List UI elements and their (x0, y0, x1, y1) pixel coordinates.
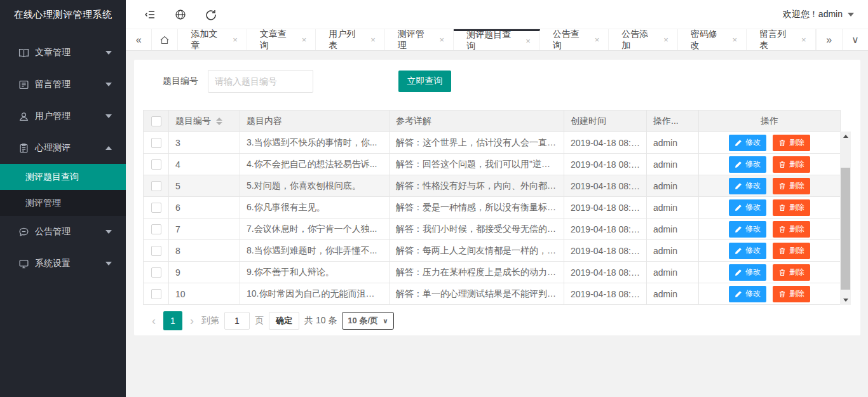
sidebar-item-notices[interactable]: 公告管理 (0, 216, 126, 248)
tab[interactable]: 公告添加 × (609, 29, 677, 50)
edit-button[interactable]: 修改 (729, 286, 766, 302)
per-page-select[interactable]: 10 条/页 ∨ (342, 312, 394, 330)
scrollbar-thumb[interactable] (841, 168, 850, 290)
globe-icon[interactable] (174, 8, 187, 21)
sidebar-item-assessment[interactable]: 心理测评 (0, 132, 126, 164)
tabs-scroll-left-icon[interactable]: « (126, 29, 152, 50)
pagination: ‹ 1 › 到第 页 确定 共 10 条 10 条/页 ∨ (149, 311, 851, 330)
cell-reference-detail: 解答：这个世界上，估计没有人会一直觉... (390, 132, 564, 154)
trash-icon (778, 290, 786, 298)
scroll-up-icon[interactable] (840, 131, 851, 141)
close-icon[interactable]: × (595, 35, 600, 44)
tab[interactable]: 留言列表 × (747, 29, 815, 50)
pencil-icon (735, 247, 742, 255)
row-checkbox[interactable] (151, 246, 161, 256)
monitor-icon (18, 258, 29, 269)
tab[interactable]: 用户列表 × (316, 29, 384, 50)
sidebar-item-settings[interactable]: 系统设置 (0, 248, 126, 279)
delete-button[interactable]: 删除 (773, 178, 810, 194)
row-checkbox[interactable] (151, 267, 161, 278)
scroll-down-icon[interactable] (840, 295, 851, 305)
delete-button[interactable]: 删除 (773, 264, 810, 281)
close-icon[interactable]: × (526, 36, 531, 46)
next-page-icon[interactable]: › (187, 314, 196, 328)
confirm-page-button[interactable]: 确定 (269, 312, 299, 330)
row-checkbox[interactable] (151, 159, 161, 170)
edit-button[interactable]: 修改 (729, 178, 766, 194)
delete-button[interactable]: 删除 (773, 135, 810, 151)
page-unit-label: 页 (255, 315, 264, 326)
prev-page-icon[interactable]: ‹ (149, 314, 158, 328)
row-checkbox[interactable] (151, 203, 161, 213)
sidebar-item-messages[interactable]: 留言管理 (0, 69, 126, 100)
table-header-row: 题目编号 题目内容 参考详解 创建时间 操作... 操作 (144, 111, 841, 132)
row-checkbox[interactable] (151, 224, 161, 234)
query-button[interactable]: 立即查询 (398, 71, 451, 92)
cell-reference-detail: 解答：每两上人之间友情都是一样的，友... (390, 240, 564, 262)
cell-operator: admin (647, 132, 699, 154)
tab[interactable]: 添加文章 × (178, 29, 247, 50)
sidebar-item-articles[interactable]: 文章管理 (0, 37, 126, 69)
table-row: 6 6.你凡事很有主见。 解答：爱是一种情感，所以没有衡量标准... 2019-… (144, 197, 841, 219)
delete-button[interactable]: 删除 (773, 156, 810, 173)
close-icon[interactable]: × (233, 35, 238, 44)
delete-button[interactable]: 删除 (773, 243, 810, 259)
cell-question-id: 8 (169, 240, 240, 262)
edit-button[interactable]: 修改 (729, 243, 766, 259)
chevron-down-icon: ∨ (383, 317, 388, 325)
close-icon[interactable]: × (663, 35, 668, 44)
sort-icon[interactable] (216, 118, 222, 125)
tab-label: 文章查询 (260, 29, 294, 51)
cell-operator: admin (647, 240, 699, 262)
close-icon[interactable]: × (733, 35, 738, 44)
pencil-icon (735, 139, 742, 147)
tab-label: 密码修改 (691, 29, 725, 51)
question-id-input[interactable] (208, 70, 313, 93)
row-checkbox[interactable] (151, 138, 161, 148)
tabs-dropdown-icon[interactable]: ∨ (842, 29, 868, 50)
row-checkbox[interactable] (151, 181, 161, 191)
chevron-down-icon (105, 262, 112, 266)
user-menu[interactable]: 欢迎您！admin (783, 9, 854, 20)
tab[interactable]: 密码修改 × (678, 29, 747, 50)
tab[interactable]: 测评题目查询 × (454, 29, 540, 50)
cell-operator: admin (647, 197, 699, 219)
table-scrollbar[interactable] (840, 131, 851, 305)
cell-operator: admin (647, 175, 699, 197)
header-question-id: 题目编号 (169, 111, 240, 132)
delete-button[interactable]: 删除 (773, 199, 810, 216)
close-icon[interactable]: × (370, 35, 376, 44)
goto-page-input[interactable] (224, 312, 250, 330)
home-tab-icon[interactable] (152, 29, 178, 50)
sidebar-subitem-assessment-manage[interactable]: 测评管理 (0, 190, 126, 216)
current-page-button[interactable]: 1 (163, 311, 182, 330)
edit-button[interactable]: 修改 (729, 221, 766, 238)
header-create-time: 创建时间 (564, 111, 647, 132)
close-icon[interactable]: × (801, 35, 806, 44)
refresh-icon[interactable] (205, 8, 217, 21)
tabs-more-icon[interactable]: » (816, 29, 842, 50)
edit-button[interactable]: 修改 (729, 264, 766, 281)
sidebar-item-users[interactable]: 用户管理 (0, 100, 126, 132)
search-form: 题目编号 立即查询 (143, 70, 851, 93)
tab[interactable]: 文章查询 × (247, 29, 316, 50)
edit-button[interactable]: 修改 (729, 156, 766, 173)
questions-table: 题目编号 题目内容 参考详解 创建时间 操作... 操作 3 3.当你遇到不快乐… (143, 110, 841, 305)
close-icon[interactable]: × (302, 35, 307, 44)
cell-create-time: 2019-04-18 08:59:21 (564, 240, 647, 262)
edit-button[interactable]: 修改 (729, 135, 766, 151)
select-all-checkbox[interactable] (151, 116, 161, 126)
tab-bar: « 添加文章 × 文章查询 × 用户列表 × 测评管理 × 测评题目查询 × 公… (126, 29, 868, 51)
tab[interactable]: 公告查询 × (540, 29, 609, 50)
table-row: 3 3.当你遇到不快乐的事情时，你... 解答：这个世界上，估计没有人会一直觉.… (144, 132, 841, 154)
collapse-sidebar-icon[interactable] (144, 8, 156, 21)
delete-button[interactable]: 删除 (773, 221, 810, 238)
edit-button[interactable]: 修改 (729, 199, 766, 216)
tab[interactable]: 测评管理 × (385, 29, 454, 50)
close-icon[interactable]: × (440, 35, 445, 44)
sidebar-subitem-question-query[interactable]: 测评题目查询 (0, 164, 126, 190)
table-body: 3 3.当你遇到不快乐的事情时，你... 解答：这个世界上，估计没有人会一直觉.… (144, 132, 841, 305)
delete-button[interactable]: 删除 (773, 286, 810, 302)
cell-operator: admin (647, 219, 699, 240)
row-checkbox[interactable] (151, 289, 161, 299)
